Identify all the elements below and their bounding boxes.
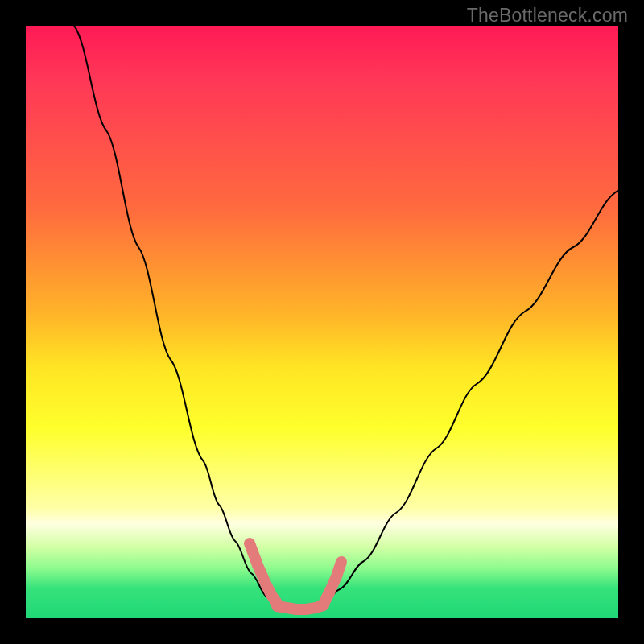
marker-segment-bottom bbox=[277, 605, 324, 609]
watermark-text: TheBottleneck.com bbox=[467, 5, 628, 27]
curves-svg bbox=[26, 26, 618, 618]
curve-left-branch bbox=[74, 26, 274, 604]
chart-frame: TheBottleneck.com bbox=[0, 0, 644, 644]
plot-area bbox=[26, 26, 618, 618]
marker-segment-right bbox=[324, 562, 341, 604]
curve-right-branch bbox=[324, 191, 618, 604]
